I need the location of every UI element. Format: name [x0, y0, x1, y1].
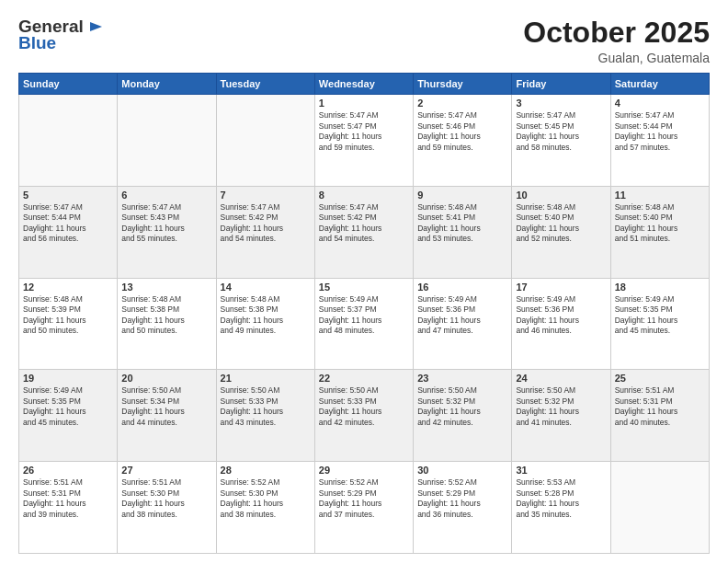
day-number: 1 [319, 98, 409, 109]
day-number: 17 [516, 282, 606, 293]
day-number: 29 [319, 465, 409, 476]
day-number: 7 [221, 190, 311, 201]
weekday-header: Monday [118, 74, 216, 95]
svg-marker-0 [90, 22, 102, 31]
day-number: 27 [121, 465, 211, 476]
header: General Blue October 2025 Gualan, Guatem… [18, 17, 710, 65]
day-number: 6 [121, 190, 211, 201]
day-info: Sunrise: 5:49 AM Sunset: 5:35 PM Dayligh… [615, 294, 705, 337]
calendar-cell: 12Sunrise: 5:48 AM Sunset: 5:39 PM Dayli… [19, 278, 118, 370]
calendar-cell: 7Sunrise: 5:47 AM Sunset: 5:42 PM Daylig… [216, 186, 314, 278]
calendar-cell [610, 462, 709, 554]
day-number: 8 [319, 190, 409, 201]
day-number: 31 [516, 465, 606, 476]
calendar-cell: 19Sunrise: 5:49 AM Sunset: 5:35 PM Dayli… [19, 370, 118, 462]
weekday-header: Wednesday [314, 74, 413, 95]
day-info: Sunrise: 5:52 AM Sunset: 5:29 PM Dayligh… [319, 477, 409, 520]
day-number: 14 [221, 282, 311, 293]
calendar-cell: 28Sunrise: 5:52 AM Sunset: 5:30 PM Dayli… [216, 462, 314, 554]
calendar-week-row: 5Sunrise: 5:47 AM Sunset: 5:44 PM Daylig… [19, 186, 710, 278]
weekday-header: Friday [512, 74, 610, 95]
day-info: Sunrise: 5:51 AM Sunset: 5:31 PM Dayligh… [23, 477, 113, 520]
day-info: Sunrise: 5:52 AM Sunset: 5:30 PM Dayligh… [221, 477, 311, 520]
calendar-cell: 8Sunrise: 5:47 AM Sunset: 5:42 PM Daylig… [314, 186, 413, 278]
day-number: 2 [417, 98, 507, 109]
day-info: Sunrise: 5:48 AM Sunset: 5:38 PM Dayligh… [221, 294, 311, 337]
calendar-cell: 14Sunrise: 5:48 AM Sunset: 5:38 PM Dayli… [216, 278, 314, 370]
calendar-header-row: SundayMondayTuesdayWednesdayThursdayFrid… [19, 74, 710, 95]
calendar-cell: 22Sunrise: 5:50 AM Sunset: 5:33 PM Dayli… [314, 370, 413, 462]
day-info: Sunrise: 5:51 AM Sunset: 5:30 PM Dayligh… [121, 477, 211, 520]
day-info: Sunrise: 5:50 AM Sunset: 5:32 PM Dayligh… [417, 385, 507, 428]
calendar-cell: 13Sunrise: 5:48 AM Sunset: 5:38 PM Dayli… [118, 278, 216, 370]
day-info: Sunrise: 5:52 AM Sunset: 5:29 PM Dayligh… [417, 477, 507, 520]
day-info: Sunrise: 5:48 AM Sunset: 5:38 PM Dayligh… [121, 294, 211, 337]
calendar-cell: 10Sunrise: 5:48 AM Sunset: 5:40 PM Dayli… [512, 186, 610, 278]
day-number: 25 [615, 373, 705, 384]
logo-blue: Blue [18, 33, 56, 53]
location: Gualan, Guatemala [523, 51, 710, 65]
calendar-cell: 6Sunrise: 5:47 AM Sunset: 5:43 PM Daylig… [118, 186, 216, 278]
calendar-cell: 17Sunrise: 5:49 AM Sunset: 5:36 PM Dayli… [512, 278, 610, 370]
day-info: Sunrise: 5:51 AM Sunset: 5:31 PM Dayligh… [615, 385, 705, 428]
calendar-cell: 21Sunrise: 5:50 AM Sunset: 5:33 PM Dayli… [216, 370, 314, 462]
weekday-header: Thursday [414, 74, 512, 95]
day-info: Sunrise: 5:49 AM Sunset: 5:36 PM Dayligh… [516, 294, 606, 337]
calendar-week-row: 26Sunrise: 5:51 AM Sunset: 5:31 PM Dayli… [19, 462, 710, 554]
day-info: Sunrise: 5:50 AM Sunset: 5:34 PM Dayligh… [121, 385, 211, 428]
day-number: 9 [417, 190, 507, 201]
calendar-week-row: 12Sunrise: 5:48 AM Sunset: 5:39 PM Dayli… [19, 278, 710, 370]
calendar-cell: 30Sunrise: 5:52 AM Sunset: 5:29 PM Dayli… [414, 462, 512, 554]
day-info: Sunrise: 5:48 AM Sunset: 5:40 PM Dayligh… [516, 202, 606, 245]
day-number: 5 [23, 190, 113, 201]
calendar-week-row: 19Sunrise: 5:49 AM Sunset: 5:35 PM Dayli… [19, 370, 710, 462]
calendar-cell: 29Sunrise: 5:52 AM Sunset: 5:29 PM Dayli… [314, 462, 413, 554]
day-number: 30 [417, 465, 507, 476]
day-info: Sunrise: 5:48 AM Sunset: 5:41 PM Dayligh… [417, 202, 507, 245]
day-number: 16 [417, 282, 507, 293]
calendar-cell: 25Sunrise: 5:51 AM Sunset: 5:31 PM Dayli… [610, 370, 709, 462]
calendar-cell [216, 95, 314, 187]
calendar-cell: 27Sunrise: 5:51 AM Sunset: 5:30 PM Dayli… [118, 462, 216, 554]
day-number: 26 [23, 465, 113, 476]
calendar-cell [118, 95, 216, 187]
day-info: Sunrise: 5:47 AM Sunset: 5:43 PM Dayligh… [121, 202, 211, 245]
calendar-cell: 2Sunrise: 5:47 AM Sunset: 5:46 PM Daylig… [414, 95, 512, 187]
calendar-cell: 4Sunrise: 5:47 AM Sunset: 5:44 PM Daylig… [610, 95, 709, 187]
day-number: 23 [417, 373, 507, 384]
day-info: Sunrise: 5:49 AM Sunset: 5:35 PM Dayligh… [23, 385, 113, 428]
day-info: Sunrise: 5:47 AM Sunset: 5:42 PM Dayligh… [319, 202, 409, 245]
calendar-cell: 5Sunrise: 5:47 AM Sunset: 5:44 PM Daylig… [19, 186, 118, 278]
day-number: 3 [516, 98, 606, 109]
calendar-cell: 15Sunrise: 5:49 AM Sunset: 5:37 PM Dayli… [314, 278, 413, 370]
title-section: October 2025 Gualan, Guatemala [523, 17, 710, 65]
weekday-header: Sunday [19, 74, 118, 95]
calendar-cell: 31Sunrise: 5:53 AM Sunset: 5:28 PM Dayli… [512, 462, 610, 554]
day-info: Sunrise: 5:47 AM Sunset: 5:47 PM Dayligh… [319, 110, 409, 153]
day-info: Sunrise: 5:47 AM Sunset: 5:44 PM Dayligh… [615, 110, 705, 153]
day-number: 24 [516, 373, 606, 384]
logo: General Blue [18, 17, 102, 53]
calendar-week-row: 1Sunrise: 5:47 AM Sunset: 5:47 PM Daylig… [19, 95, 710, 187]
day-info: Sunrise: 5:47 AM Sunset: 5:44 PM Dayligh… [23, 202, 113, 245]
day-info: Sunrise: 5:50 AM Sunset: 5:32 PM Dayligh… [516, 385, 606, 428]
day-number: 4 [615, 98, 705, 109]
day-number: 10 [516, 190, 606, 201]
day-info: Sunrise: 5:49 AM Sunset: 5:37 PM Dayligh… [319, 294, 409, 337]
calendar-cell: 26Sunrise: 5:51 AM Sunset: 5:31 PM Dayli… [19, 462, 118, 554]
weekday-header: Tuesday [216, 74, 314, 95]
day-number: 15 [319, 282, 409, 293]
day-number: 18 [615, 282, 705, 293]
day-info: Sunrise: 5:47 AM Sunset: 5:45 PM Dayligh… [516, 110, 606, 153]
calendar-cell: 11Sunrise: 5:48 AM Sunset: 5:40 PM Dayli… [610, 186, 709, 278]
calendar-cell: 18Sunrise: 5:49 AM Sunset: 5:35 PM Dayli… [610, 278, 709, 370]
day-number: 20 [121, 373, 211, 384]
calendar-cell: 24Sunrise: 5:50 AM Sunset: 5:32 PM Dayli… [512, 370, 610, 462]
calendar-cell: 3Sunrise: 5:47 AM Sunset: 5:45 PM Daylig… [512, 95, 610, 187]
page: General Blue October 2025 Gualan, Guatem… [0, 0, 728, 563]
day-number: 11 [615, 190, 705, 201]
day-info: Sunrise: 5:48 AM Sunset: 5:40 PM Dayligh… [615, 202, 705, 245]
day-number: 13 [121, 282, 211, 293]
day-info: Sunrise: 5:47 AM Sunset: 5:46 PM Dayligh… [417, 110, 507, 153]
day-info: Sunrise: 5:48 AM Sunset: 5:39 PM Dayligh… [23, 294, 113, 337]
